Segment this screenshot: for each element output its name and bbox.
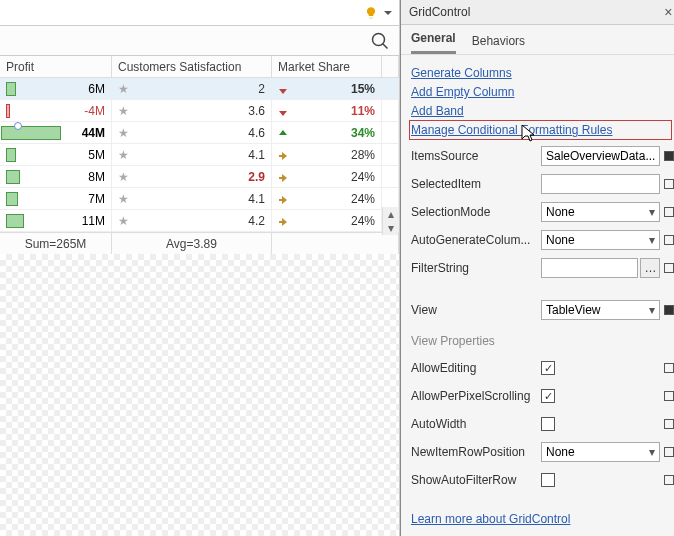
column-header-profit[interactable]: Profit bbox=[0, 56, 112, 77]
footer-avg: Avg=3.89 bbox=[112, 233, 272, 254]
lightbulb-icon[interactable] bbox=[363, 5, 379, 21]
prop-value-combo[interactable]: None▾ bbox=[541, 230, 660, 250]
star-icon: ★ bbox=[118, 148, 129, 162]
cell-value: 2.9 bbox=[248, 170, 265, 184]
prop-label: View bbox=[411, 303, 541, 317]
footer-rest bbox=[272, 233, 399, 254]
link-add-empty-column[interactable]: Add Empty Column bbox=[411, 84, 670, 100]
checkbox[interactable] bbox=[541, 389, 555, 403]
tab-behaviors[interactable]: Behaviors bbox=[472, 28, 525, 54]
prop-value-input[interactable] bbox=[541, 174, 660, 194]
binding-marker-icon[interactable] bbox=[664, 151, 674, 161]
designer-surface: Profit Customers Satisfaction Market Sha… bbox=[0, 0, 400, 536]
ellipsis-button[interactable]: … bbox=[640, 258, 660, 278]
cell-customers: ★4.1 bbox=[112, 188, 272, 209]
binding-marker-icon[interactable] bbox=[664, 207, 674, 217]
binding-marker-icon[interactable] bbox=[664, 363, 674, 373]
table-row[interactable]: 8M★2.924% bbox=[0, 166, 399, 188]
prop-label: SelectionMode bbox=[411, 205, 541, 219]
prop-value-combo[interactable]: TableView▾ bbox=[541, 300, 660, 320]
prop-allow-per-pixel-scrolling: AllowPerPixelScrolling bbox=[411, 384, 674, 408]
checkbox[interactable] bbox=[541, 473, 555, 487]
checkbox[interactable] bbox=[541, 361, 555, 375]
prop-selection-mode: SelectionMode None▾ bbox=[411, 200, 674, 224]
prop-value-input[interactable]: SaleOverviewData... bbox=[541, 146, 660, 166]
data-bar bbox=[6, 214, 24, 228]
properties-list: ItemsSource SaleOverviewData... Selected… bbox=[401, 144, 674, 502]
table-row[interactable]: 7M★4.124% bbox=[0, 188, 399, 210]
prop-label: AutoWidth bbox=[411, 417, 541, 431]
cell-value: 44M bbox=[65, 126, 105, 140]
table-row[interactable]: 5M★4.128% bbox=[0, 144, 399, 166]
link-generate-columns[interactable]: Generate Columns bbox=[411, 65, 670, 81]
star-icon: ★ bbox=[118, 126, 129, 140]
prop-label: FilterString bbox=[411, 261, 541, 275]
cell-value: 34% bbox=[351, 126, 375, 140]
binding-marker-icon[interactable] bbox=[664, 475, 674, 485]
cell-market: 24% bbox=[272, 166, 382, 187]
scrollbar[interactable]: ▴▾ bbox=[382, 207, 398, 235]
data-bar bbox=[1, 126, 61, 140]
footer-sum: Sum=265M bbox=[0, 233, 112, 254]
binding-marker-icon[interactable] bbox=[664, 391, 674, 401]
cell-value: 5M bbox=[65, 148, 105, 162]
property-panel: GridControl × General Behaviors Generate… bbox=[400, 0, 674, 536]
data-bar bbox=[6, 82, 16, 96]
cell-market: 24% bbox=[272, 210, 382, 231]
scroll-down-icon[interactable]: ▾ bbox=[384, 221, 398, 235]
close-icon[interactable]: × bbox=[664, 4, 672, 20]
grid-footer: Sum=265M Avg=3.89 bbox=[0, 232, 399, 254]
data-bar bbox=[6, 192, 18, 206]
cell-value: 2 bbox=[258, 82, 265, 96]
cell-customers: ★3.6 bbox=[112, 100, 272, 121]
cell-profit: 8M bbox=[0, 166, 112, 187]
prop-items-source: ItemsSource SaleOverviewData... bbox=[411, 144, 674, 168]
cell-spacer bbox=[382, 122, 399, 143]
prop-allow-editing: AllowEditing bbox=[411, 356, 674, 380]
prop-value-combo[interactable]: None▾ bbox=[541, 442, 660, 462]
link-learn-more[interactable]: Learn more about GridControl bbox=[411, 511, 570, 527]
grid-control[interactable]: Profit Customers Satisfaction Market Sha… bbox=[0, 56, 399, 254]
link-label: Manage Conditional Formatting Rules bbox=[411, 123, 612, 137]
data-bar bbox=[6, 148, 16, 162]
prop-selected-item: SelectedItem bbox=[411, 172, 674, 196]
prop-label: ItemsSource bbox=[411, 149, 541, 163]
dropdown-caret-icon[interactable] bbox=[383, 8, 393, 18]
grid-toolbar bbox=[0, 26, 399, 56]
prop-value-combo[interactable]: None▾ bbox=[541, 202, 660, 222]
binding-marker-icon[interactable] bbox=[664, 305, 674, 315]
tab-general[interactable]: General bbox=[411, 25, 456, 54]
cell-profit: 7M bbox=[0, 188, 112, 209]
chevron-down-icon: ▾ bbox=[649, 445, 655, 459]
cell-value: 11M bbox=[65, 214, 105, 228]
link-manage-conditional-formatting[interactable]: Manage Conditional Formatting Rules bbox=[411, 122, 670, 138]
cell-customers: ★2 bbox=[112, 78, 272, 99]
panel-tabs: General Behaviors bbox=[401, 25, 674, 55]
grid-body: 6M★215%-4M★3.611%44M★4.634%5M★4.128%8M★2… bbox=[0, 78, 399, 232]
search-icon[interactable] bbox=[371, 32, 389, 50]
table-row[interactable]: 6M★215% bbox=[0, 78, 399, 100]
table-row[interactable]: 44M★4.634% bbox=[0, 122, 399, 144]
column-header-market[interactable]: Market Share bbox=[272, 56, 382, 77]
binding-marker-icon[interactable] bbox=[664, 419, 674, 429]
prop-new-item-row-position: NewItemRowPosition None▾ bbox=[411, 440, 674, 464]
cell-market: 34% bbox=[272, 122, 382, 143]
prop-value-input[interactable] bbox=[541, 258, 638, 278]
cell-spacer bbox=[382, 78, 399, 99]
cell-customers: ★4.1 bbox=[112, 144, 272, 165]
chevron-down-icon: ▾ bbox=[649, 205, 655, 219]
chevron-down-icon: ▾ bbox=[649, 303, 655, 317]
cell-spacer bbox=[382, 166, 399, 187]
binding-marker-icon[interactable] bbox=[664, 235, 674, 245]
checkbox[interactable] bbox=[541, 417, 555, 431]
table-row[interactable]: 11M★4.224%▴▾ bbox=[0, 210, 399, 232]
focused-row-indicator-icon bbox=[14, 122, 22, 130]
binding-marker-icon[interactable] bbox=[664, 447, 674, 457]
cell-value: 24% bbox=[351, 192, 375, 206]
binding-marker-icon[interactable] bbox=[664, 179, 674, 189]
binding-marker-icon[interactable] bbox=[664, 263, 674, 273]
scroll-up-icon[interactable]: ▴ bbox=[384, 207, 398, 221]
table-row[interactable]: -4M★3.611% bbox=[0, 100, 399, 122]
link-add-band[interactable]: Add Band bbox=[411, 103, 670, 119]
column-header-customers[interactable]: Customers Satisfaction bbox=[112, 56, 272, 77]
